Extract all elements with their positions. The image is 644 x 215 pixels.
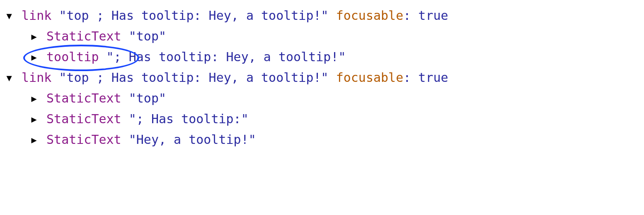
twisty-icon[interactable] [29,112,39,127]
ax-role: StaticText [46,26,121,46]
ax-role: StaticText [46,88,121,108]
tree-row-link[interactable]: link "top ; Has tooltip: Hey, a tooltip!… [4,68,640,88]
ax-name: "Hey, a tooltip!" [129,130,256,150]
ax-name: "top ; Has tooltip: Hey, a tooltip!" [59,68,328,88]
twisty-icon[interactable] [29,91,39,106]
tree-row-statictext[interactable]: StaticText "top" [4,26,640,46]
tree-row-link[interactable]: link "top ; Has tooltip: Hey, a tooltip!… [4,6,640,26]
tree-row-tooltip[interactable]: tooltip "; Has tooltip: Hey, a tooltip!" [4,47,640,67]
ax-role: StaticText [46,130,121,150]
ax-role: StaticText [46,109,121,129]
ax-role: tooltip [46,47,99,67]
colon-sep: : [403,68,418,88]
twisty-icon[interactable] [29,50,39,64]
twisty-icon[interactable] [4,71,14,85]
ax-role: link [22,6,51,26]
colon-sep: : [403,6,418,26]
twisty-icon[interactable] [29,133,39,147]
ax-name: "top" [129,88,166,108]
tree-row-statictext[interactable]: StaticText "Hey, a tooltip!" [4,130,640,150]
ax-attr-value: true [418,6,448,26]
ax-name: "; Has tooltip: Hey, a tooltip!" [107,47,346,67]
ax-attr-name: focusable [336,68,404,88]
ax-name: "top" [129,26,166,46]
tree-row-statictext[interactable]: StaticText "top" [4,88,640,108]
ax-attr-value: true [418,68,448,88]
twisty-icon[interactable] [29,29,39,44]
ax-role: link [22,68,51,88]
ax-name: "top ; Has tooltip: Hey, a tooltip!" [59,6,328,26]
ax-attr-name: focusable [336,6,404,26]
ax-name: "; Has tooltip:" [129,109,249,129]
twisty-icon[interactable] [4,9,14,23]
tree-row-statictext[interactable]: StaticText "; Has tooltip:" [4,109,640,129]
